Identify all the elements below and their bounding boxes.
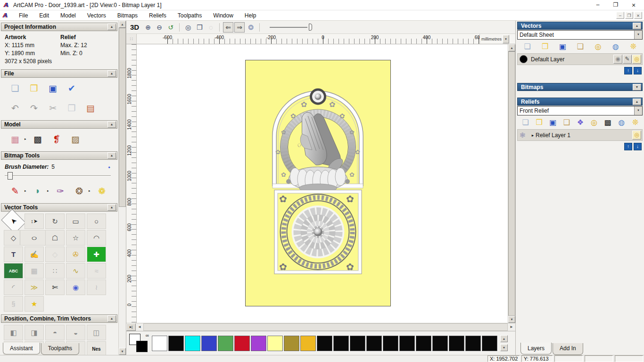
tab-assistant[interactable]: Assistant (3, 343, 40, 354)
2d-view-canvas[interactable]: ✿✿ ✿✿ ✿✿ ✿✿ ✿✿ God Gift's (137, 44, 508, 323)
fit-arcs-tool[interactable]: ◜ (4, 280, 23, 295)
create-rectangle-tool[interactable]: ▭ (66, 214, 85, 229)
palette-scroll-up-icon[interactable]: ▲ (500, 335, 508, 342)
layer-visibility-icon[interactable]: ◎ (632, 131, 641, 140)
close-button[interactable]: × (630, 1, 637, 9)
dropdown-arrow-icon[interactable]: ▼ (634, 107, 642, 115)
vertical-scrollbar[interactable]: ▲ ▼ (508, 44, 515, 323)
scrollbar-thumb[interactable] (143, 323, 508, 331)
cut-icon[interactable]: ✂ (43, 100, 62, 115)
colour-swatch-17[interactable] (432, 336, 448, 351)
paint-brush-icon[interactable]: ✎ (6, 183, 25, 198)
extend-curve-tool[interactable]: ≀ (87, 280, 106, 295)
zoom-out-icon[interactable]: ⊖ (154, 22, 165, 33)
slider-handle[interactable] (8, 172, 13, 180)
lock-layer-icon[interactable]: ◉ (613, 55, 622, 64)
brush-diameter-slider[interactable] (5, 172, 111, 180)
save-relief-layer-icon[interactable]: ▣ (546, 118, 559, 127)
create-arc-tool[interactable]: ◠ (87, 230, 106, 246)
open-vector-layer-icon[interactable]: ❒ (537, 42, 553, 51)
move-layer-up-icon[interactable]: ↑ (624, 67, 632, 74)
offset-vectors-tool[interactable]: ◇ (45, 247, 65, 262)
dropdown-arrow-icon[interactable]: ▼ (634, 31, 642, 39)
collapse-vector-tools-button[interactable]: ▲ (107, 204, 116, 211)
menu-item-6[interactable]: Toolpaths (172, 11, 207, 20)
colour-swatch-2[interactable] (185, 336, 200, 351)
scroll-down-icon[interactable]: ▼ (119, 348, 126, 355)
colour-swatch-8[interactable] (284, 336, 299, 351)
colour-palette-icon[interactable]: ❂ (70, 183, 89, 198)
expand-bitmaps-button[interactable]: ▼ (633, 84, 641, 90)
expand-layer-icon[interactable]: ▸ (530, 133, 536, 138)
node-editing-tool[interactable]: ↕➤ (25, 214, 44, 229)
menu-item-3[interactable]: Vectors (82, 11, 112, 20)
new-vector-layer-icon[interactable]: ❏ (519, 42, 536, 51)
zoom-fit-icon[interactable]: ❒ (194, 22, 205, 33)
flood-fill-icon[interactable]: ❁ (92, 183, 111, 198)
toggle-visibility-icon[interactable]: ◎ (590, 42, 606, 51)
collapse-file-button[interactable]: ▲ (107, 70, 116, 77)
delete-layer-icon[interactable]: ◍ (607, 42, 624, 51)
colour-swatch-5[interactable] (234, 336, 250, 351)
colour-swatch-16[interactable] (416, 336, 431, 351)
create-text-tool[interactable]: T (4, 247, 23, 262)
colour-swatch-1[interactable] (168, 336, 184, 351)
scrollbar-thumb[interactable] (508, 51, 515, 316)
opacity-slider[interactable] (270, 23, 312, 32)
layer-colour-chip[interactable] (520, 55, 528, 63)
redo-icon[interactable]: ↷ (25, 100, 43, 115)
collapse-bitmap-tools-button[interactable]: ▲ (107, 152, 116, 159)
move-layer-down-icon[interactable]: ↓ (634, 143, 642, 150)
wrap-text-tool[interactable]: ✍ (25, 247, 44, 262)
toggle-all-visibility-icon[interactable]: ❊ (625, 42, 642, 51)
move-layer-up-icon[interactable]: ↑ (624, 143, 632, 150)
mdi-close-button[interactable]: × (634, 12, 642, 19)
relief-side-dropdown[interactable]: Front Relief ▼ (517, 106, 643, 115)
greyscale-preview-icon[interactable]: ▩ (602, 118, 614, 127)
wizard-icon[interactable]: ✔ (62, 81, 81, 96)
undo-icon[interactable]: ↶ (6, 100, 25, 115)
colour-swatch-6[interactable] (251, 336, 266, 351)
colour-swatch-10[interactable] (317, 336, 332, 351)
open-model-icon[interactable]: ❒ (25, 81, 43, 96)
align-centre-tool[interactable]: ◫ (87, 325, 106, 340)
colour-swatch-14[interactable] (383, 336, 398, 351)
colour-swatch-0[interactable] (152, 336, 167, 351)
save-vector-layer-icon[interactable]: ▣ (554, 42, 571, 51)
collapse-model-button[interactable]: ▲ (107, 121, 116, 128)
flyout-icon[interactable]: ▸ (89, 189, 92, 193)
colour-swatch-15[interactable] (399, 336, 415, 351)
zoom-1to1-icon[interactable]: ◎ (183, 22, 193, 33)
load-image-icon[interactable]: ▨ (66, 132, 85, 147)
opacity-slider-handle[interactable] (309, 24, 312, 31)
zoom-selection-icon[interactable]: ◌ (206, 22, 216, 33)
colour-swatch-3[interactable] (201, 336, 217, 351)
envelope-distort-tool[interactable]: ▦ (25, 263, 44, 279)
mdi-minimize-button[interactable]: – (616, 12, 624, 19)
set-model-size-icon[interactable]: ▦ (6, 132, 25, 147)
ruler-units-dropdown[interactable]: ▼ (503, 35, 509, 43)
tab-layers[interactable]: Layers (520, 343, 552, 354)
preview-relief-icon[interactable]: ❂ (246, 22, 256, 33)
measure-tool[interactable]: ✇ (66, 247, 85, 262)
move-layer-down-icon[interactable]: ↓ (634, 67, 642, 74)
collapse-reliefs-button[interactable]: ▲ (633, 99, 641, 105)
vector-doctor-tool[interactable]: ★ (25, 296, 44, 312)
combine-relief-icon[interactable]: ❖ (574, 118, 586, 127)
vector-layer-row[interactable]: Default Layer ◉ ✎ ◎ (517, 53, 643, 65)
menu-item-5[interactable]: Reliefs (143, 11, 172, 20)
copy-icon[interactable]: ❐ (62, 100, 81, 115)
colour-swatch-18[interactable] (449, 336, 464, 351)
link-colours-icon[interactable]: ∞ (146, 333, 149, 338)
colour-swatch-12[interactable] (350, 336, 365, 351)
horizontal-scrollbar[interactable]: ▸| ◄ ► (126, 323, 515, 331)
add-vectors-tool[interactable]: ✚ (87, 247, 106, 262)
collapse-project-info-button[interactable]: ▲ (107, 24, 116, 30)
colour-swatch-19[interactable] (465, 336, 481, 351)
menu-item-2[interactable]: Model (55, 11, 82, 20)
previous-layer-button[interactable]: ⇐ (223, 22, 233, 33)
paste-icon[interactable]: ▤ (81, 100, 100, 115)
menu-item-8[interactable]: Help (239, 11, 262, 20)
transform-vectors-tool[interactable]: ↻ (45, 214, 65, 229)
new-model-icon[interactable]: ❏ (6, 81, 25, 96)
